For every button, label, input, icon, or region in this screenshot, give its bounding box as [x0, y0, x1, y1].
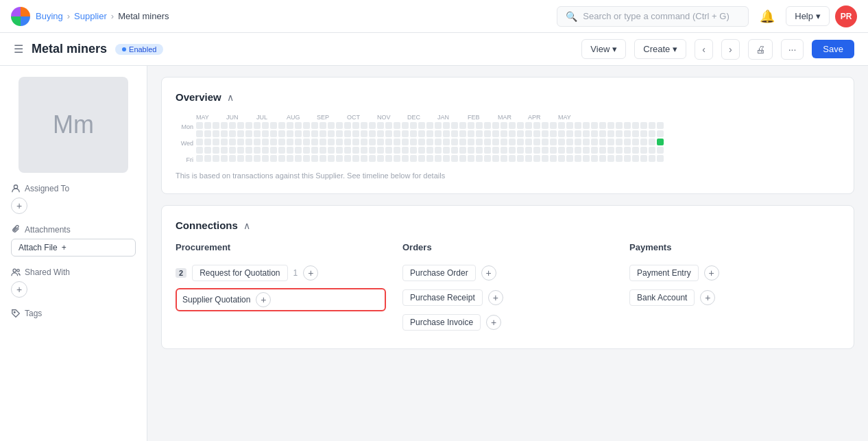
calendar-cell [632, 130, 639, 137]
calendar-cell [492, 155, 499, 162]
svg-point-0 [14, 185, 17, 189]
payment-entry-add-button[interactable]: + [704, 265, 719, 281]
calendar-cell [575, 130, 581, 137]
calendar-cell [262, 130, 269, 137]
calendar-cell [632, 155, 639, 162]
calendar-cell [533, 147, 540, 154]
month-label-jun: JUN [226, 114, 256, 121]
add-shared-button[interactable]: + [11, 281, 27, 298]
calendar-cell [418, 155, 425, 162]
calendar-cell [262, 139, 269, 145]
calendar-cell [607, 122, 614, 129]
calendar-cell [303, 130, 310, 137]
breadcrumb-supplier[interactable]: Supplier [74, 11, 107, 21]
request-for-quotation-link[interactable]: Request for Quotation [192, 265, 287, 281]
calendar-cell [459, 130, 466, 137]
calendar-cell [377, 139, 384, 145]
calendar-cell [443, 130, 450, 137]
calendar-cell [336, 130, 343, 137]
status-badge: Enabled [115, 44, 163, 55]
calendar-cell [336, 155, 343, 162]
calendar-cell [501, 147, 507, 154]
calendar-cell [435, 147, 442, 154]
calendar-cell [591, 130, 598, 137]
calendar-cell [394, 130, 400, 137]
calendar-cell [369, 155, 376, 162]
orders-section: Orders Purchase Order + Purchase Receipt… [402, 242, 613, 335]
purchase-order-add-button[interactable]: + [481, 265, 496, 281]
calendar-cell [533, 122, 540, 129]
supplier-quotation-link[interactable]: Supplier Quotation [182, 295, 250, 305]
next-button[interactable]: › [721, 39, 740, 60]
overview-title: Overview [176, 91, 221, 103]
prev-button[interactable]: ‹ [695, 39, 713, 60]
calendar-cell [361, 122, 367, 129]
app-logo[interactable] [11, 7, 30, 26]
bank-account-add-button[interactable]: + [700, 290, 715, 305]
calendar-cell [221, 155, 228, 162]
rfq-add-button[interactable]: + [303, 265, 318, 281]
calendar-cell [501, 139, 507, 145]
connections-collapse-button[interactable]: ∧ [243, 220, 250, 231]
overview-header: Overview ∧ [176, 91, 840, 103]
calendar-cell [542, 139, 548, 145]
sidebar-toggle-button[interactable]: ☰ [14, 43, 23, 56]
calendar-cell [270, 130, 277, 137]
calendar-cell [517, 122, 524, 129]
calendar-cell [410, 155, 417, 162]
supplier-quotation-add-button[interactable]: + [256, 292, 271, 307]
view-button[interactable]: View ▾ [581, 39, 626, 59]
purchase-receipt-link[interactable]: Purchase Receipt [402, 289, 483, 306]
procurement-section: Procurement 2 Request for Quotation 1 + … [176, 242, 386, 335]
breadcrumb-buying[interactable]: Buying [36, 11, 63, 21]
avatar[interactable]: PR [835, 5, 857, 27]
calendar-cell [213, 147, 219, 154]
svg-point-2 [17, 270, 20, 272]
purchase-invoice-link[interactable]: Purchase Invoice [402, 314, 481, 331]
attach-file-label: Attach File [19, 243, 58, 252]
calendar-cell [402, 139, 409, 145]
connections-card: Connections ∧ Procurement 2 Request for … [161, 205, 854, 349]
help-button[interactable]: Help ▾ [786, 6, 830, 26]
calendar-cell [320, 122, 326, 129]
purchase-invoice-add-button[interactable]: + [486, 315, 501, 330]
more-options-button[interactable]: ··· [781, 39, 804, 60]
calendar-cell [566, 139, 573, 145]
calendar-cell [311, 122, 318, 129]
calendar-cell [402, 147, 409, 154]
search-bar[interactable]: 🔍 Search or type a command (Ctrl + G) [557, 6, 749, 27]
calendar-cell [303, 155, 310, 162]
save-button[interactable]: Save [812, 40, 854, 58]
purchase-order-link[interactable]: Purchase Order [402, 265, 476, 281]
calendar-cell [213, 155, 219, 162]
overview-collapse-button[interactable]: ∧ [227, 92, 234, 103]
calendar-cell [352, 122, 359, 129]
calendar-cell [649, 147, 655, 154]
print-button[interactable]: 🖨 [748, 39, 773, 60]
calendar-cell [196, 139, 203, 145]
calendar-cell [385, 147, 392, 154]
calendar-cell [311, 155, 318, 162]
orders-title: Orders [402, 242, 613, 252]
payment-entry-link[interactable]: Payment Entry [629, 265, 699, 281]
calendar-cell [320, 139, 326, 145]
create-button[interactable]: Create ▾ [634, 39, 686, 59]
calendar-cell [624, 130, 631, 137]
month-label-feb: FEB [468, 114, 498, 121]
calendar-cell [196, 147, 203, 154]
view-chevron-icon: ▾ [612, 44, 617, 54]
calendar-cell [377, 130, 384, 137]
calendar-cell [394, 139, 400, 145]
purchase-receipt-add-button[interactable]: + [488, 290, 503, 305]
calendar-cell [435, 130, 442, 137]
bank-account-link[interactable]: Bank Account [629, 289, 695, 306]
notification-bell[interactable]: 🔔 [754, 3, 780, 29]
attach-file-button[interactable]: Attach File + [11, 239, 136, 257]
calendar-cell [369, 130, 376, 137]
calendar-cell [468, 155, 474, 162]
calendar-cell [237, 155, 244, 162]
add-assigned-button[interactable]: + [11, 198, 27, 214]
calendar-cell [517, 139, 524, 145]
calendar-cell [221, 130, 228, 137]
calendar-cell [484, 139, 491, 145]
